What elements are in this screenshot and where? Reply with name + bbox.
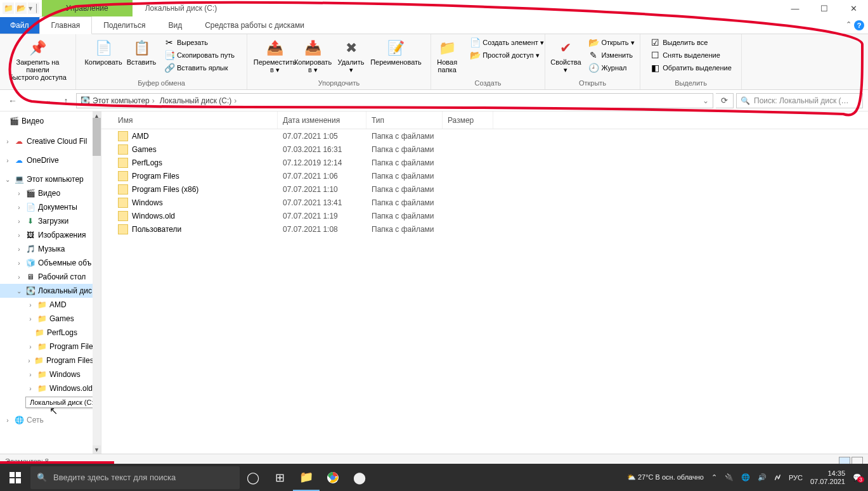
- nav-perflogs[interactable]: 📁PerfLogs: [0, 326, 101, 340]
- new-folder-button[interactable]: 📁Новая папка: [429, 37, 465, 76]
- edit-button[interactable]: ✎Изменить: [586, 49, 637, 61]
- copy-button[interactable]: 📄Копировать: [86, 37, 121, 68]
- tab-file[interactable]: Файл: [0, 17, 39, 34]
- nav-pc-desktop[interactable]: ›🖥Рабочий стол: [0, 270, 101, 284]
- nav-pc-docs[interactable]: ›📄Документы: [0, 200, 101, 214]
- crumb-drive-c[interactable]: Локальный диск (C:): [160, 96, 240, 105]
- scroll-down-icon[interactable]: ▼: [93, 445, 101, 454]
- nav-pf86[interactable]: ›📁Program Files (: [0, 354, 101, 367]
- table-row[interactable]: Program Files (x86)07.07.2021 1:10Папка …: [101, 182, 868, 196]
- easy-access-button[interactable]: 📂Простой доступ ▾: [467, 49, 547, 61]
- forward-button[interactable]: →: [23, 93, 38, 108]
- nav-video[interactable]: 🎬Видео: [0, 114, 101, 128]
- nav-windows-old[interactable]: ›📁Windows.old: [0, 381, 101, 395]
- new-item-button[interactable]: 📄Создать элемент ▾: [467, 37, 547, 48]
- table-row[interactable]: Games07.03.2021 16:31Папка с файлами: [101, 143, 868, 156]
- back-button[interactable]: ←: [5, 93, 20, 108]
- select-all-button[interactable]: ☑Выделить все: [647, 37, 734, 48]
- nav-pc-video[interactable]: ›🎬Видео: [0, 186, 101, 200]
- tray-chevron[interactable]: ⌃: [711, 473, 717, 481]
- taskbar-explorer[interactable]: 📁: [293, 464, 320, 491]
- copy-to-button[interactable]: 📥Копировать в ▾: [295, 37, 331, 76]
- taskbar-search[interactable]: 🔍 Введите здесь текст для поиска: [30, 466, 240, 489]
- file-name: AMD: [132, 132, 149, 141]
- nav-onedrive[interactable]: ›☁OneDrive: [0, 153, 101, 167]
- pin-quick-access-button[interactable]: 📌 Закрепить на панели быстрого доступа: [3, 37, 73, 84]
- rename-button[interactable]: 📝Переименовать: [372, 37, 421, 68]
- context-tab-manage[interactable]: Управление: [42, 0, 133, 16]
- tab-share[interactable]: Поделиться: [92, 17, 157, 34]
- tab-home[interactable]: Главная: [39, 16, 93, 34]
- window-title: Локальный диск (C:): [145, 4, 217, 13]
- start-button[interactable]: [0, 464, 30, 491]
- nav-pc-music[interactable]: ›🎵Музыка: [0, 242, 101, 256]
- table-row[interactable]: Windows.old07.07.2021 1:19Папка с файлам…: [101, 209, 868, 222]
- ribbon-chevron[interactable]: ⌃: [846, 20, 852, 30]
- tray-battery-icon[interactable]: 🗲: [774, 474, 781, 481]
- open-button[interactable]: 📂Открыть ▾: [586, 37, 637, 48]
- move-to-button[interactable]: 📤Переместить в ▾: [257, 37, 293, 76]
- task-view-button[interactable]: ⊞: [266, 464, 293, 491]
- delete-button[interactable]: ✖Удалить ▾: [334, 37, 369, 76]
- nav-pc-downloads[interactable]: ›⬇Загрузки: [0, 214, 101, 228]
- tab-view[interactable]: Вид: [157, 17, 193, 34]
- open-icon: 📂: [588, 37, 599, 48]
- invert-selection-button[interactable]: ◧Обратить выделение: [647, 62, 734, 73]
- cortana-button[interactable]: ◯: [240, 464, 266, 491]
- nav-network[interactable]: ›🌐Сеть: [0, 413, 101, 427]
- cut-button[interactable]: ✂Вырезать: [162, 37, 237, 48]
- col-type[interactable]: Тип: [366, 112, 443, 129]
- maximize-button[interactable]: ☐: [810, 0, 839, 16]
- group-organize-label: Упорядочить: [251, 78, 427, 88]
- table-row[interactable]: Windows07.07.2021 13:41Папка с файлами: [101, 196, 868, 209]
- up-button[interactable]: ↑: [58, 93, 74, 108]
- breadcrumb[interactable]: 💽 Этот компьютер Локальный диск (C:) ⌄: [76, 93, 713, 108]
- copy-icon: 📄: [94, 39, 112, 57]
- copy-path-button[interactable]: 📑Скопировать путь: [162, 49, 237, 61]
- nav-games[interactable]: ›📁Games: [0, 312, 101, 326]
- select-none-button[interactable]: ☐Снять выделение: [647, 49, 734, 61]
- col-name[interactable]: Имя: [113, 112, 278, 129]
- nav-pc-pictures[interactable]: ›🖼Изображения: [0, 228, 101, 242]
- recent-button[interactable]: ⌄: [41, 93, 56, 108]
- tab-drive-tools[interactable]: Средства работы с дисками: [193, 17, 316, 34]
- tray-network-icon[interactable]: 🌐: [741, 473, 750, 481]
- file-type: Папка с файлами: [366, 198, 443, 207]
- table-row[interactable]: Program Files07.07.2021 1:06Папка с файл…: [101, 169, 868, 182]
- table-row[interactable]: Пользователи07.07.2021 1:08Папка с файла…: [101, 222, 868, 236]
- file-type: Папка с файлами: [366, 145, 443, 154]
- navpane-scrollbar[interactable]: ▲ ▼: [93, 112, 101, 454]
- tray-volume-icon[interactable]: 🔊: [758, 473, 767, 481]
- nav-pc-3d[interactable]: ›🧊Объемные объ: [0, 256, 101, 270]
- minimize-button[interactable]: ―: [781, 0, 810, 16]
- paste-button[interactable]: 📋Вставить: [124, 37, 159, 68]
- weather-widget[interactable]: ⛅ 27°C В осн. облачно: [627, 473, 704, 481]
- nav-amd[interactable]: ›📁AMD: [0, 298, 101, 312]
- close-button[interactable]: ✕: [839, 0, 868, 16]
- col-size[interactable]: Размер: [443, 112, 493, 129]
- tray-clock[interactable]: 14:35 07.07.2021: [810, 469, 845, 486]
- col-date[interactable]: Дата изменения: [278, 112, 366, 129]
- breadcrumb-drop[interactable]: ⌄: [703, 96, 709, 105]
- help-icon[interactable]: ?: [854, 20, 864, 30]
- tray-language[interactable]: РУС: [789, 474, 803, 481]
- taskbar-obs[interactable]: ⬤: [346, 464, 373, 491]
- table-row[interactable]: AMD07.07.2021 1:05Папка с файлами: [101, 129, 868, 143]
- tray-usb-icon[interactable]: 🔌: [725, 473, 734, 481]
- table-row[interactable]: PerfLogs07.12.2019 12:14Папка с файлами: [101, 156, 868, 169]
- nav-drive-c[interactable]: ⌄💽Локальный дис: [0, 284, 101, 298]
- nav-this-pc[interactable]: ⌄💻Этот компьютер: [0, 172, 101, 186]
- scroll-thumb[interactable]: [93, 118, 101, 156]
- nav-ccf[interactable]: ›☁Creative Cloud Fil: [0, 134, 101, 148]
- search-input[interactable]: 🔍 Поиск: Локальный диск (…: [736, 93, 863, 108]
- nav-windows[interactable]: ›📁Windows: [0, 367, 101, 381]
- nav-pf[interactable]: ›📁Program Files: [0, 340, 101, 354]
- paste-shortcut-button[interactable]: 🔗Вставить ярлык: [162, 62, 237, 73]
- history-button[interactable]: 🕘Журнал: [586, 62, 637, 73]
- search-icon: 🔍: [37, 473, 47, 482]
- properties-button[interactable]: ✔Свойства ▾: [548, 37, 583, 76]
- tray-notifications[interactable]: 💬3: [853, 473, 862, 481]
- crumb-this-pc[interactable]: Этот компьютер: [93, 96, 157, 105]
- taskbar-chrome[interactable]: [320, 464, 346, 491]
- refresh-button[interactable]: ⟳: [716, 93, 734, 108]
